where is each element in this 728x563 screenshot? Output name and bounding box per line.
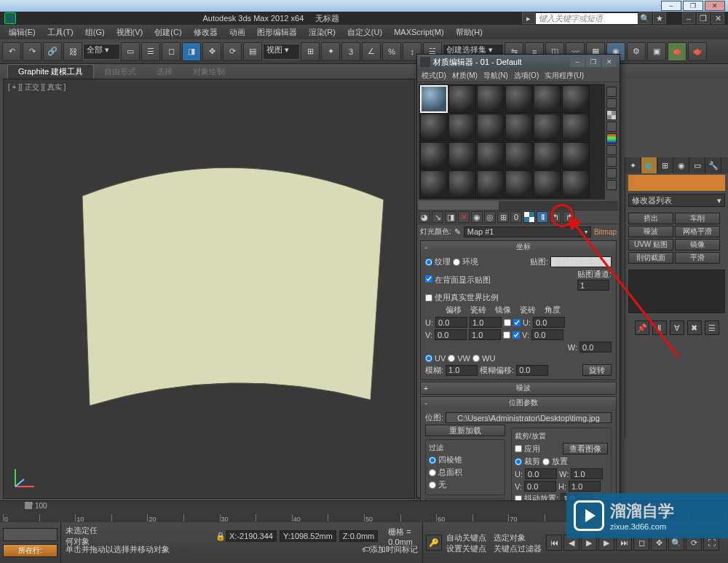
go-sibling-icon[interactable]: ↱ bbox=[563, 211, 574, 223]
me-maximize-button[interactable]: ❐ bbox=[586, 57, 601, 67]
material-slot[interactable] bbox=[448, 114, 476, 141]
render-iterate-button[interactable]: 🫖 bbox=[688, 42, 707, 61]
key-mode-icon[interactable]: 🔑 bbox=[426, 535, 442, 551]
motion-tab-icon[interactable]: ◉ bbox=[673, 157, 689, 173]
u-angle-spinner[interactable]: 0.0 bbox=[533, 317, 565, 328]
filter-pyramid-radio[interactable] bbox=[429, 457, 436, 464]
menu-grapheditors[interactable]: 图形编辑器 bbox=[251, 25, 303, 39]
material-slot[interactable] bbox=[562, 170, 590, 198]
me-close-button[interactable]: ✕ bbox=[602, 57, 617, 67]
me-menu-mode[interactable]: 模式(D) bbox=[419, 71, 449, 81]
me-menu-material[interactable]: 材质(M) bbox=[449, 71, 480, 81]
key-filter-button[interactable]: 关键点过滤器 bbox=[491, 543, 545, 554]
material-slot[interactable] bbox=[448, 170, 476, 198]
show-map-viewport-icon[interactable] bbox=[523, 211, 535, 223]
create-tab-icon[interactable]: ✦ bbox=[625, 157, 641, 173]
material-slot[interactable] bbox=[505, 114, 533, 141]
mod-smooth[interactable]: 平滑 bbox=[675, 252, 720, 264]
v-mirror-checkbox[interactable] bbox=[503, 331, 510, 339]
mapping-mode-dropdown[interactable]: 显式贴图通道▾ bbox=[550, 256, 612, 267]
select-and-move-button[interactable]: ✥ bbox=[202, 42, 221, 61]
real-world-checkbox[interactable] bbox=[425, 294, 432, 302]
ribbon-tab-freeform[interactable]: 自由形式 bbox=[94, 65, 146, 79]
menu-modifiers[interactable]: 修改器 bbox=[188, 25, 223, 39]
video-check-icon[interactable] bbox=[606, 133, 617, 143]
material-map-nav-icon[interactable] bbox=[606, 180, 617, 190]
filter-sat-radio[interactable] bbox=[429, 469, 436, 476]
crop-radio[interactable] bbox=[515, 458, 522, 465]
app-restore-button[interactable]: ❐ bbox=[697, 12, 710, 24]
crop-w-spinner[interactable]: 1.0 bbox=[571, 468, 603, 479]
me-minimize-button[interactable]: – bbox=[570, 57, 585, 67]
app-close-button[interactable]: ✕ bbox=[711, 12, 724, 24]
select-by-mat-icon[interactable] bbox=[606, 168, 617, 178]
add-time-tag-icon[interactable]: 🏷 bbox=[362, 545, 370, 554]
display-tab-icon[interactable]: ▭ bbox=[689, 157, 705, 173]
snap-toggle-button[interactable]: 3 bbox=[341, 42, 360, 61]
goto-start-icon[interactable]: ⏮ bbox=[546, 535, 562, 551]
angle-snap-button[interactable]: ∠ bbox=[362, 42, 381, 61]
menu-customize[interactable]: 自定义(U) bbox=[341, 25, 388, 39]
ribbon-tab-selection[interactable]: 选择 bbox=[146, 65, 183, 79]
me-menu-navigation[interactable]: 导航(N) bbox=[480, 71, 511, 81]
material-slot-scrollbar[interactable] bbox=[419, 201, 618, 210]
u-tile-checkbox[interactable] bbox=[513, 319, 521, 326]
add-time-tag-label[interactable]: 添加时间标记 bbox=[370, 544, 418, 555]
v-tile-spinner[interactable]: 1.0 bbox=[469, 329, 501, 340]
hierarchy-tab-icon[interactable]: ⊞ bbox=[657, 157, 673, 173]
app-minimize-button[interactable]: – bbox=[682, 12, 695, 24]
rendered-frame-button[interactable]: ▣ bbox=[647, 42, 666, 61]
environ-radio[interactable] bbox=[453, 259, 460, 266]
scene-plane-object[interactable] bbox=[76, 145, 389, 407]
viewport-label[interactable]: [ + ][ 正交 ][ 真实 ] bbox=[8, 82, 66, 92]
select-by-name-button[interactable]: ☰ bbox=[141, 42, 160, 61]
assign-to-sel-icon[interactable]: ◨ bbox=[445, 211, 456, 223]
configure-sets-icon[interactable]: ☰ bbox=[705, 320, 719, 335]
search-dropdown-icon[interactable]: 🔍 bbox=[638, 12, 652, 24]
mod-extrude[interactable]: 挤出 bbox=[628, 213, 673, 224]
reset-map-icon[interactable]: ✕ bbox=[458, 211, 470, 223]
material-editor-titlebar[interactable]: 材质编辑器 - 01 - Default – ❐ ✕ bbox=[417, 55, 620, 69]
menu-edit[interactable]: 编辑(E) bbox=[3, 25, 41, 39]
selected-obj-button[interactable]: 选定对象 bbox=[491, 532, 545, 543]
window-maximize-button[interactable]: ❐ bbox=[683, 1, 703, 11]
show-end-result-icon[interactable]: Ⅱ bbox=[537, 211, 548, 223]
material-slot[interactable] bbox=[477, 85, 505, 113]
v-tile-checkbox[interactable] bbox=[513, 331, 520, 339]
menu-rendering[interactable]: 渲染(R) bbox=[303, 25, 341, 39]
pick-icon[interactable]: ✎ bbox=[454, 227, 461, 237]
w-angle-spinner[interactable]: 0.0 bbox=[579, 342, 612, 353]
rollout-bitmap-header[interactable]: -位图参数 bbox=[421, 397, 616, 409]
ribbon-tab-graphite[interactable]: Graphite 建模工具 bbox=[7, 64, 94, 79]
set-key-button[interactable]: 设置关键点 bbox=[443, 543, 489, 554]
title-search-arrow-icon[interactable]: ▸ bbox=[522, 12, 535, 24]
material-slot[interactable] bbox=[420, 170, 448, 198]
remove-mod-icon[interactable]: ✖ bbox=[687, 320, 702, 335]
script-listener-button[interactable] bbox=[3, 528, 58, 541]
time-slider-thumb[interactable] bbox=[25, 502, 32, 509]
mod-meshsmooth[interactable]: 网格平滑 bbox=[675, 226, 720, 237]
rollout-noise-header[interactable]: +噪波 bbox=[421, 382, 616, 394]
help-search-input[interactable]: 键入关键字或短语 bbox=[536, 13, 638, 24]
select-rectangle-button[interactable]: ◻ bbox=[162, 42, 181, 61]
mat-id-icon[interactable]: 0 bbox=[510, 211, 522, 223]
filter-none-radio[interactable] bbox=[429, 481, 436, 489]
material-slot-1[interactable] bbox=[420, 85, 448, 113]
material-slot[interactable] bbox=[562, 142, 590, 170]
unlink-button[interactable]: ⛓ bbox=[63, 42, 82, 61]
material-slot[interactable] bbox=[534, 85, 561, 113]
menu-views[interactable]: 视图(V) bbox=[111, 25, 149, 39]
material-slot[interactable] bbox=[420, 114, 448, 141]
percent-snap-button[interactable]: % bbox=[382, 42, 401, 61]
material-slot[interactable] bbox=[448, 85, 476, 113]
go-parent-icon[interactable]: ↰ bbox=[550, 211, 561, 223]
mod-uvw[interactable]: UVW 贴图 bbox=[628, 239, 673, 251]
mod-slice[interactable]: 剖切截面 bbox=[628, 252, 673, 264]
make-preview-icon[interactable] bbox=[606, 145, 617, 155]
material-slot[interactable] bbox=[505, 85, 533, 113]
coord-z-field[interactable]: Z:0.0mm bbox=[339, 530, 378, 542]
sample-uv-icon[interactable] bbox=[606, 122, 617, 132]
apply-checkbox[interactable] bbox=[515, 445, 522, 452]
pin-stack-icon[interactable]: 📌 bbox=[635, 320, 649, 335]
put-to-lib-icon[interactable]: ⊞ bbox=[497, 211, 509, 223]
